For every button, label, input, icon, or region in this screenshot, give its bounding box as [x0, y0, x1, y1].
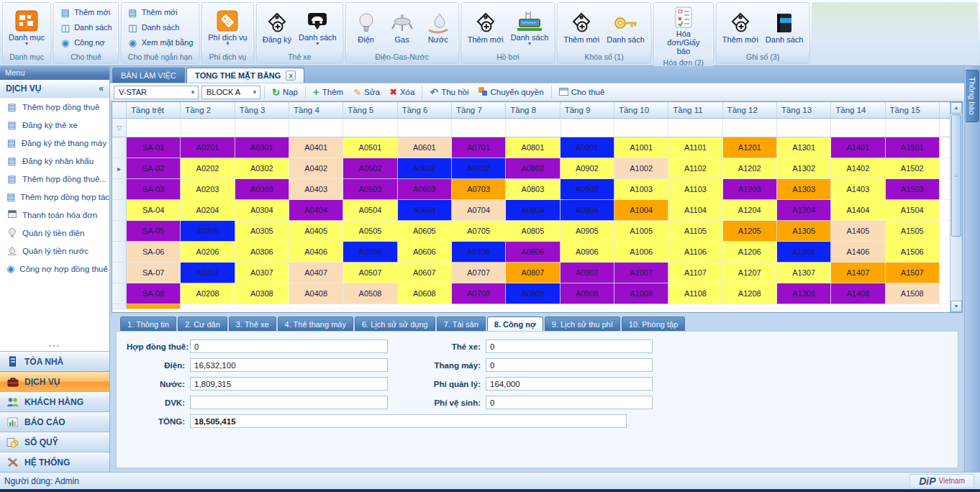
building-select[interactable]: V-STAR▼: [114, 86, 199, 99]
unit-cell-A0307[interactable]: A0307: [235, 263, 289, 283]
unit-cell-A1303[interactable]: A1303: [777, 179, 831, 200]
ribbon-button-them-moi[interactable]: ▤Thêm mới: [125, 6, 180, 19]
filter-cell[interactable]: [127, 119, 181, 137]
unit-cell-A0303[interactable]: A0303: [235, 179, 289, 200]
filter-cell[interactable]: [398, 119, 452, 137]
nav-button-so-quy[interactable]: SỔ QUỸ: [0, 432, 109, 452]
toolbar-button-nap[interactable]: ↻Nạp: [268, 85, 301, 100]
unit-cell-A1503[interactable]: A1503: [886, 179, 940, 200]
unit-cell-A0406[interactable]: A0406: [289, 242, 343, 263]
unit-cell-A0907[interactable]: A0907: [561, 263, 614, 283]
ribbon-button-danh-sach[interactable]: ◫Danh sách: [125, 21, 182, 35]
unit-cell-A0306[interactable]: A0306: [235, 242, 289, 263]
unit-cell-A0702[interactable]: A0702: [452, 158, 506, 179]
unit-cell-A0506[interactable]: A0506: [343, 242, 397, 263]
unit-cell-A1202[interactable]: A1202: [723, 158, 777, 179]
unit-cell-A1408[interactable]: A1408: [831, 283, 885, 304]
detail-tab-9-lich-su-thu-phi[interactable]: 9. Lịch sử thu phí: [545, 316, 620, 331]
unit-cell-A0608[interactable]: A0608: [398, 283, 452, 304]
scrollbar-track[interactable]: [950, 237, 962, 301]
unit-cell-A0401[interactable]: A0401: [289, 137, 343, 158]
unit-cell-SA-03[interactable]: SA-03: [127, 179, 181, 200]
unit-cell-A0206[interactable]: A0206: [181, 242, 235, 263]
unit-cell-A1502[interactable]: A1502: [886, 158, 940, 179]
ribbon-button-dang-ky[interactable]: Đăng ký: [260, 10, 294, 45]
unit-cell-A0503[interactable]: A0503: [343, 179, 397, 200]
column-header-tang-15[interactable]: Tầng 15: [886, 102, 940, 118]
ribbon-button-xem-mat-bang[interactable]: ◉Xem mặt bằng: [125, 35, 196, 49]
filter-cell[interactable]: [343, 119, 397, 137]
detail-tab-2-cu-dan[interactable]: 2. Cư dân: [178, 316, 227, 331]
column-header-tang-12[interactable]: Tầng 12: [723, 102, 777, 118]
sidebar-item-them-hop-dong-thue[interactable]: ▤Thêm hợp đồng thuê...: [0, 170, 109, 188]
unit-cell-A1406[interactable]: A1406: [831, 242, 885, 263]
field-nuoc[interactable]: [190, 377, 388, 391]
unit-cell-A0902[interactable]: A0902: [561, 158, 614, 179]
unit-cell-A0203[interactable]: A0203: [181, 179, 235, 200]
sidebar-item-cong-no-hop-dong-thue[interactable]: ◉Công nợ hợp đồng thuê: [0, 260, 109, 278]
unit-cell-A0607[interactable]: A0607: [398, 263, 452, 283]
unit-cell-A0802[interactable]: A0802: [506, 158, 560, 179]
unit-cell-A0908[interactable]: A0908: [561, 283, 614, 304]
detail-tab-6-lich-su-su-dung[interactable]: 6. Lịch sử sử dụng: [355, 316, 435, 331]
unit-cell-A0402[interactable]: A0402: [289, 158, 343, 179]
unit-cell-A0707[interactable]: A0707: [452, 263, 506, 283]
column-header-tang-7[interactable]: Tầng 7: [452, 102, 506, 118]
unit-cell-A0807[interactable]: A0807: [506, 263, 560, 283]
unit-cell-A1207[interactable]: A1207: [723, 263, 777, 283]
unit-cell-A1306[interactable]: A1306: [777, 242, 831, 263]
unit-cell-SA-08[interactable]: SA-08: [127, 283, 181, 304]
unit-cell-A0801[interactable]: A0801: [506, 137, 560, 158]
unit-cell-A0405[interactable]: A0405: [289, 221, 343, 242]
unit-cell-A1305[interactable]: A1305: [777, 221, 831, 242]
detail-tab-3-the-xe[interactable]: 3. Thẻ xe: [229, 316, 276, 331]
ribbon-button-nuoc[interactable]: Nước: [422, 10, 455, 45]
column-header-tang-9[interactable]: Tầng 9: [561, 102, 614, 118]
unit-cell-A0308[interactable]: A0308: [235, 283, 289, 304]
toolbar-button-chuyen-quyen[interactable]: Chuyển quyền: [475, 85, 547, 100]
unit-cell-A0701[interactable]: A0701: [452, 137, 506, 158]
unit-cell-A0505[interactable]: A0505: [343, 221, 397, 242]
sidebar-item-them-hop-dong-hop-tac[interactable]: ▤Thêm hợp đồng hợp tác: [0, 188, 109, 206]
unit-cell-A0604[interactable]: A0604: [398, 200, 452, 221]
ribbon-button-danh-sach[interactable]: ◫Danh sách: [58, 21, 114, 35]
tab-tong-the-mat-bang[interactable]: TỔNG THỂ MẶT BẰNGx: [186, 68, 304, 83]
filter-cell[interactable]: [561, 119, 614, 137]
unit-cell-A1501[interactable]: A1501: [886, 137, 940, 158]
detail-tab-10-phong-tap[interactable]: 10. Phòng tập: [622, 316, 686, 331]
sidebar-item-thanh-toan-hoa-don[interactable]: Thanh toán hóa đơn: [0, 206, 109, 224]
toolbar-button-cho-thue[interactable]: Cho thuê: [555, 85, 609, 100]
detail-tab-8-cong-no[interactable]: 8. Công nợ: [487, 316, 543, 331]
filter-cell[interactable]: [506, 119, 560, 137]
unit-cell-A1007[interactable]: A1007: [614, 263, 668, 283]
tab-ban-lam-viec[interactable]: BÀN LÀM VIỆC: [112, 68, 185, 83]
filter-cell[interactable]: [723, 119, 777, 137]
unit-cell-A0706[interactable]: A0706: [452, 242, 506, 263]
unit-cell-A1504[interactable]: A1504: [886, 200, 940, 221]
unit-cell-A0403[interactable]: A0403: [289, 179, 343, 200]
column-header-tang-13[interactable]: Tầng 13: [777, 102, 831, 118]
unit-cell-A1107[interactable]: A1107: [668, 263, 722, 283]
field-the-xe[interactable]: [486, 340, 653, 353]
unit-cell-A1201[interactable]: A1201: [723, 137, 777, 158]
filter-cell[interactable]: [289, 119, 343, 137]
splitter-grip-icon[interactable]: •••: [0, 345, 109, 351]
field-thang-may[interactable]: [486, 358, 653, 372]
ribbon-button-danh-sach[interactable]: Danh sách: [763, 10, 806, 45]
toolbar-button-xoa[interactable]: ✖Xóa: [386, 85, 419, 100]
column-header-tang-tret[interactable]: Tầng trệt: [127, 102, 181, 118]
unit-cell-A1405[interactable]: A1405: [831, 221, 885, 242]
unit-cell-A1006[interactable]: A1006: [614, 242, 668, 263]
unit-cell-A1307[interactable]: A1307: [777, 263, 831, 283]
unit-cell-A0804[interactable]: A0804: [506, 200, 560, 221]
unit-cell-A1001[interactable]: A1001: [614, 137, 668, 158]
ribbon-button-them-moi[interactable]: Thêm mới: [561, 10, 602, 45]
detail-tab-7-tai-san[interactable]: 7. Tài sản: [437, 316, 486, 331]
block-select[interactable]: BLOCK A▼: [201, 86, 260, 99]
column-header-tang-14[interactable]: Tầng 14: [831, 102, 885, 118]
ribbon-button-danh-muc[interactable]: Danh mục▾: [6, 8, 47, 47]
unit-cell-A0704[interactable]: A0704: [452, 200, 506, 221]
unit-cell-A0205[interactable]: A0205: [181, 221, 235, 242]
column-header-tang-6[interactable]: Tầng 6: [398, 102, 452, 118]
unit-cell-A0806[interactable]: A0806: [506, 242, 560, 263]
